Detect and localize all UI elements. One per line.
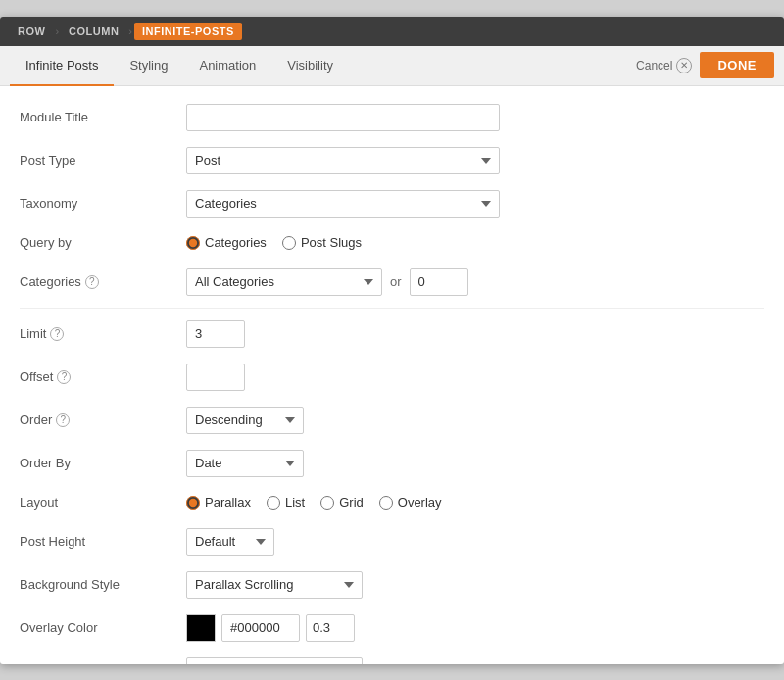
close-icon[interactable]: ✕ (676, 58, 692, 73)
module-title-label: Module Title (20, 110, 186, 124)
layout-list-radio[interactable] (267, 496, 280, 510)
opacity-input[interactable] (306, 614, 355, 642)
layout-overlay-radio[interactable] (379, 496, 393, 510)
background-style-row: Background Style Parallax Scrolling Fixe… (20, 563, 764, 607)
layout-overlay-text: Overlay (398, 495, 442, 510)
color-row (186, 614, 764, 642)
limit-label: Limit ? (20, 326, 186, 341)
overlay-color-row: Overlay Color (20, 607, 764, 650)
breadcrumb-column[interactable]: COLUMN (61, 23, 126, 40)
form-body: Module Title Post Type Post Page Custom … (0, 86, 784, 664)
taxonomy-row: Taxonomy Categories Tags (20, 182, 764, 225)
breadcrumb-row[interactable]: ROW (10, 23, 53, 40)
tab-actions: Cancel ✕ DONE (636, 52, 774, 78)
breadcrumb-sep-2: › (126, 25, 134, 37)
order-by-control: Date Title Modified (186, 450, 764, 477)
order-by-row: Order By Date Title Modified (20, 442, 764, 485)
background-style-select[interactable]: Parallax Scrolling Fixed Scroll (186, 571, 363, 599)
query-by-categories[interactable]: Categories (186, 235, 267, 250)
order-help-icon[interactable]: ? (56, 413, 70, 427)
overlay-color-control (186, 614, 764, 642)
layout-grid[interactable]: Grid (320, 495, 364, 510)
order-select[interactable]: Descending Ascending (186, 407, 304, 434)
tab-infinite-posts[interactable]: Infinite Posts (10, 46, 114, 86)
tab-bar: Infinite Posts Styling Animation Visibil… (0, 46, 784, 86)
offset-input[interactable] (186, 364, 245, 391)
query-by-categories-radio[interactable] (186, 236, 200, 250)
layout-list-text: List (285, 495, 305, 510)
layout-grid-text: Grid (339, 495, 364, 510)
layout-parallax-radio[interactable] (186, 496, 200, 510)
limit-input[interactable] (186, 320, 245, 348)
or-text: or (390, 274, 402, 289)
module-title-row: Module Title (20, 96, 764, 139)
post-height-control: Default Small Medium Large (186, 528, 764, 556)
order-control: Descending Ascending (186, 407, 764, 434)
categories-control: All Categories or (186, 268, 764, 296)
background-style-control: Parallax Scrolling Fixed Scroll (186, 571, 764, 599)
limit-help-icon[interactable]: ? (50, 327, 64, 341)
breadcrumb-active[interactable]: INFINITE-POSTS (134, 23, 242, 40)
query-by-row: Query by Categories Post Slugs (20, 225, 764, 261)
query-by-label: Query by (20, 235, 186, 250)
categories-row: Categories ? All Categories or (20, 261, 764, 304)
limit-control (186, 320, 764, 348)
post-height-label: Post Height (20, 534, 186, 549)
pagination-control: Infinite Scroll Load More Standard (186, 657, 764, 664)
layout-parallax[interactable]: Parallax (186, 495, 251, 510)
divider-1 (20, 308, 764, 309)
query-by-slugs[interactable]: Post Slugs (282, 235, 362, 250)
layout-overlay[interactable]: Overlay (379, 495, 442, 510)
categories-select[interactable]: All Categories (186, 268, 382, 296)
panel-wrapper: ROW › COLUMN › INFINITE-POSTS Infinite P… (0, 17, 784, 664)
module-title-input[interactable] (186, 104, 500, 131)
cancel-label: Cancel (636, 59, 672, 73)
overlay-color-label: Overlay Color (20, 620, 186, 635)
post-height-row: Post Height Default Small Medium Large (20, 520, 764, 563)
query-by-slugs-radio[interactable] (282, 236, 296, 250)
tab-styling[interactable]: Styling (114, 46, 183, 86)
pagination-select[interactable]: Infinite Scroll Load More Standard (186, 657, 363, 664)
taxonomy-label: Taxonomy (20, 196, 186, 211)
offset-label: Offset ? (20, 369, 186, 384)
layout-list[interactable]: List (267, 495, 305, 510)
categories-help-icon[interactable]: ? (85, 275, 99, 289)
order-by-select[interactable]: Date Title Modified (186, 450, 304, 477)
breadcrumb-bar: ROW › COLUMN › INFINITE-POSTS (0, 17, 784, 46)
module-title-control (186, 104, 764, 131)
hex-input[interactable] (221, 614, 300, 642)
categories-id-input[interactable] (410, 268, 468, 296)
layout-row: Layout Parallax List Grid (20, 485, 764, 520)
background-style-label: Background Style (20, 577, 186, 592)
order-row: Order ? Descending Ascending (20, 399, 764, 442)
tab-visibility[interactable]: Visibility (271, 46, 349, 86)
layout-label: Layout (20, 495, 186, 510)
layout-radio-group: Parallax List Grid Overlay (186, 495, 764, 510)
post-type-label: Post Type (20, 153, 186, 168)
order-label: Order ? (20, 413, 186, 427)
query-by-slugs-text: Post Slugs (301, 235, 362, 250)
offset-row: Offset ? (20, 356, 764, 399)
taxonomy-select[interactable]: Categories Tags (186, 190, 500, 218)
post-type-select[interactable]: Post Page Custom (186, 147, 500, 174)
offset-help-icon[interactable]: ? (57, 370, 71, 384)
limit-row: Limit ? (20, 313, 764, 356)
done-button[interactable]: DONE (700, 52, 774, 78)
categories-input-row: All Categories or (186, 268, 764, 296)
offset-control (186, 364, 764, 391)
layout-grid-radio[interactable] (320, 496, 334, 510)
categories-label: Categories ? (20, 274, 186, 289)
breadcrumb-sep-1: › (53, 25, 61, 37)
post-height-select[interactable]: Default Small Medium Large (186, 528, 274, 556)
post-type-control: Post Page Custom (186, 147, 764, 174)
order-by-label: Order By (20, 456, 186, 470)
post-type-row: Post Type Post Page Custom (20, 139, 764, 182)
color-swatch[interactable] (186, 614, 216, 642)
layout-control: Parallax List Grid Overlay (186, 495, 764, 510)
cancel-button[interactable]: Cancel ✕ (636, 58, 692, 73)
pagination-row: Pagination Infinite Scroll Load More Sta… (20, 650, 764, 664)
pagination-label: Pagination (20, 663, 186, 664)
query-by-categories-text: Categories (205, 235, 267, 250)
tab-animation[interactable]: Animation (183, 46, 271, 86)
query-by-control: Categories Post Slugs (186, 235, 764, 250)
